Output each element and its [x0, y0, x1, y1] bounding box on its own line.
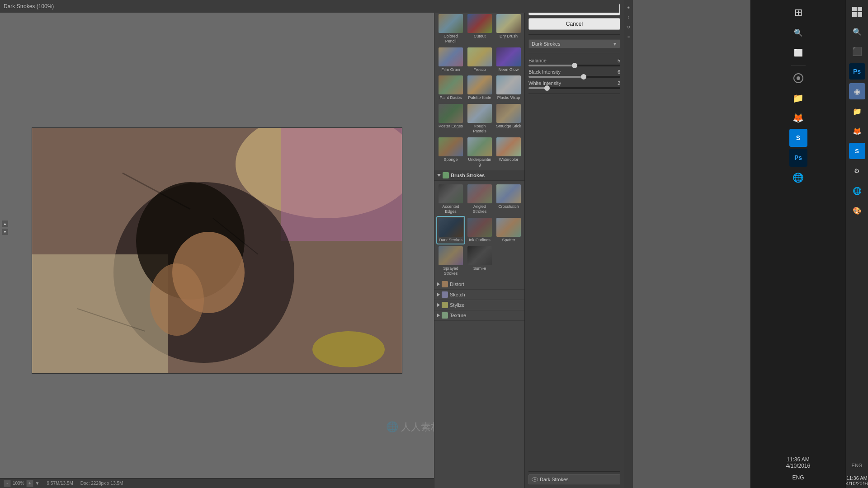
zoom-out-button[interactable]: -	[4, 480, 11, 487]
filter-label: Watercolor	[499, 157, 518, 162]
filter-thumb	[467, 75, 492, 94]
category-label: Distort	[450, 282, 464, 287]
paint-icon[interactable]: 🎨	[849, 202, 865, 219]
folder-icon	[442, 281, 448, 287]
category-texture[interactable]: Texture	[434, 310, 524, 321]
canvas-area: ▲ ▼	[0, 13, 434, 488]
search-icon[interactable]: 🔍	[849, 23, 865, 40]
filter-sponge[interactable]: Sponge	[437, 136, 464, 168]
black-intensity-slider[interactable]	[528, 76, 620, 78]
taskview-icon[interactable]: ⬛	[849, 43, 865, 60]
filter-label: Plastic Wrap	[497, 95, 520, 100]
filter-spatter[interactable]: Spatter	[495, 217, 522, 244]
filter-accented-edges[interactable]: Accented Edges	[437, 183, 464, 215]
taskbar-skype-icon[interactable]: S	[789, 129, 807, 147]
filter-cutout[interactable]: Cutout	[466, 13, 493, 45]
windows-taskbar: ⊞ 🔍 ⬜ 📁 🦊 S Ps 🌐 11:36 AM 4/10/2016 ENG	[750, 0, 845, 488]
clock-time: 11:36 AM	[786, 456, 810, 463]
filter-label: Dry Brush	[500, 34, 518, 39]
filter-sprayed-strokes[interactable]: Sprayed Strokes	[437, 245, 464, 277]
filter-film-grain[interactable]: Film Grain	[437, 47, 464, 73]
filter-paint-daubs[interactable]: Paint Daubs	[437, 75, 464, 101]
filter-smudge-stick[interactable]: Smudge Stick	[495, 103, 522, 135]
zoom-control: - 100% + ▼	[4, 480, 39, 487]
clock-date: 4/10/2016	[786, 463, 810, 469]
taskbar-divider	[791, 65, 806, 66]
taskbar-chrome-icon[interactable]	[789, 69, 807, 87]
taskbar-firefox-icon[interactable]: 🦊	[789, 109, 807, 127]
dropdown-arrow-icon: ▼	[613, 42, 617, 47]
category-distort[interactable]: Distort	[434, 279, 524, 290]
effect-layer-item[interactable]: Dark Strokes	[528, 474, 620, 484]
artistic-grid: Colored Pencil Cutout Dry Brush Film Gra…	[434, 10, 524, 170]
category-stylize[interactable]: Stylize	[434, 300, 524, 310]
tool-3[interactable]: ⟲	[625, 23, 632, 31]
expand-icon	[437, 282, 440, 286]
cancel-button[interactable]: Cancel	[528, 18, 620, 30]
slider-thumb[interactable]	[572, 63, 577, 68]
filter-underpainting[interactable]: Underpainting	[466, 136, 493, 168]
filter-angled-strokes[interactable]: Angled Strokes	[466, 183, 493, 215]
visibility-icon[interactable]	[532, 477, 538, 482]
windows-system-icons: 🔍 ⬛ Ps ◉ 📁 🦊 S ⚙ 🌐 🎨 ENG 11:36 AM 4/10/2…	[845, 0, 868, 488]
filter-rough-pastels[interactable]: Rough Pastels	[466, 103, 493, 135]
tool-2[interactable]: ↕	[625, 14, 632, 21]
folder-icon[interactable]: 📁	[849, 103, 865, 119]
window-title: Dark Strokes (100%)	[4, 3, 54, 9]
filter-neon-glow[interactable]: Neon Glow	[495, 47, 522, 73]
canvas-artwork	[32, 128, 402, 374]
zoom-arrow[interactable]: ▼	[35, 481, 40, 486]
skype-icon[interactable]: S	[849, 143, 865, 159]
filter-label: Film Grain	[441, 67, 460, 72]
nav-up-button[interactable]: ▲	[2, 221, 8, 227]
balance-slider[interactable]	[528, 65, 620, 66]
filter-watercolor[interactable]: Watercolor	[495, 136, 522, 168]
filter-dark-strokes[interactable]: Dark Strokes	[437, 217, 464, 244]
filter-thumb	[496, 14, 521, 33]
category-brush-strokes[interactable]: Brush Strokes	[434, 170, 524, 181]
svg-rect-18	[858, 12, 862, 17]
filter-thumb	[496, 137, 521, 156]
category-sketch[interactable]: Sketch	[434, 290, 524, 300]
filter-sumi-e[interactable]: Sumi-e	[466, 245, 493, 277]
filter-plastic-wrap[interactable]: Plastic Wrap	[495, 75, 522, 101]
filter-dry-brush[interactable]: Dry Brush	[495, 13, 522, 45]
taskbar-search-icon[interactable]: 🔍	[789, 23, 807, 42]
taskbar-taskview-icon[interactable]: ⬜	[789, 43, 807, 61]
firefox-icon[interactable]: 🦊	[849, 123, 865, 139]
slider-thumb[interactable]	[544, 85, 550, 91]
filter-palette-knife[interactable]: Palette Knife	[466, 75, 493, 101]
nav-down-button[interactable]: ▼	[2, 229, 8, 235]
filter-thumb	[496, 104, 521, 123]
filter-crosshatch[interactable]: Crosshatch	[495, 183, 522, 215]
taskbar-windows-icon[interactable]: ⊞	[789, 4, 807, 22]
taskbar-folder-icon[interactable]: 📁	[789, 89, 807, 107]
divider	[528, 94, 620, 94]
filter-label: Ink Outlines	[469, 238, 491, 243]
chrome-icon[interactable]: ◉	[849, 83, 865, 99]
tool-4[interactable]: ⌗	[625, 33, 632, 41]
filter-fresco[interactable]: Fresco	[466, 47, 493, 73]
windows-logo-icon[interactable]	[849, 4, 865, 20]
slider-thumb[interactable]	[581, 74, 586, 80]
filter-dropdown[interactable]: Dark Strokes ▼	[528, 39, 620, 48]
taskbar-ps-icon[interactable]: Ps	[789, 149, 807, 167]
tool-1[interactable]: ◈	[625, 4, 632, 11]
tool-icon[interactable]: ⚙	[849, 163, 865, 179]
globe-icon[interactable]: 🌐	[849, 183, 865, 199]
folder-icon	[442, 291, 448, 298]
eng-label: ENG	[850, 461, 864, 470]
white-intensity-slider[interactable]	[528, 87, 620, 89]
taskbar-edge-icon[interactable]: 🌐	[789, 169, 807, 187]
nav-arrows: ▲ ▼	[2, 221, 8, 235]
filter-ink-outlines[interactable]: Ink Outlines	[466, 217, 493, 244]
ps-icon[interactable]: Ps	[849, 63, 865, 80]
divider	[528, 53, 620, 53]
filter-panel: Artistic Colored Pencil Cutout Dry Brush…	[434, 0, 524, 488]
filter-poster-edges[interactable]: Poster Edges	[437, 103, 464, 135]
filter-colored-pencil[interactable]: Colored Pencil	[437, 13, 464, 45]
white-intensity-label: White Intensity 2	[528, 80, 620, 86]
filter-label: Angled Strokes	[467, 204, 492, 214]
filter-thumb	[439, 47, 463, 66]
zoom-in-button[interactable]: +	[26, 480, 33, 487]
